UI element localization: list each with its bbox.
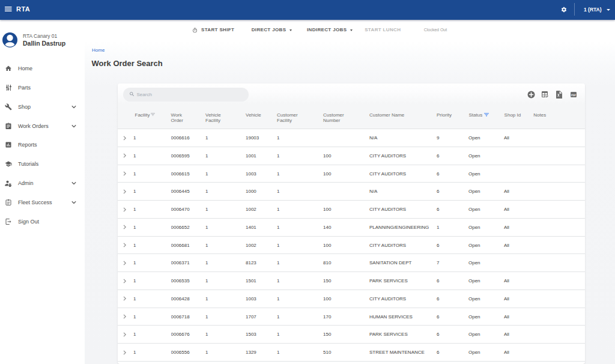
svg-text:PDF: PDF	[571, 93, 577, 96]
